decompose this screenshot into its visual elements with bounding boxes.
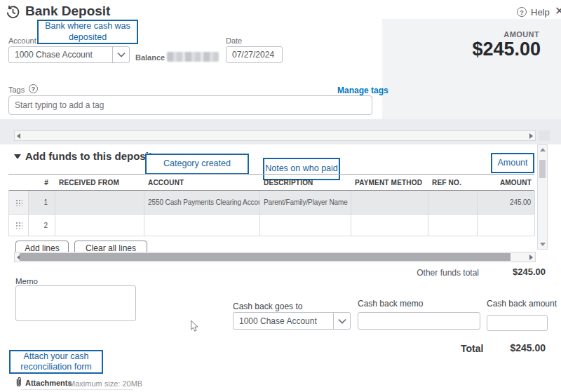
section-title: Add funds to this deposit xyxy=(25,150,152,162)
chevron-down-icon xyxy=(333,313,350,329)
scroll-down-icon[interactable] xyxy=(540,243,546,246)
total-value: $245.00 xyxy=(510,342,546,353)
page-title: Bank Deposit xyxy=(25,4,110,19)
chevron-down-icon xyxy=(112,47,129,62)
cell-payment-method[interactable] xyxy=(351,191,428,214)
attachments-divider xyxy=(21,389,133,390)
col-account: ACCOUNT xyxy=(144,175,260,190)
cell-account[interactable] xyxy=(144,215,260,236)
cash-back-goes-to-select[interactable]: 1000 Chase Account xyxy=(233,312,351,330)
cell-amount[interactable] xyxy=(478,215,535,236)
balance-redacted-value xyxy=(167,52,219,62)
drag-handle-icon[interactable] xyxy=(9,215,29,236)
annotation-amount-callout: Amount xyxy=(491,153,534,173)
cash-back-goes-to-label: Cash back goes to xyxy=(233,302,302,311)
cell-num: 1 xyxy=(29,191,55,214)
col-received-from: RECEIVED FROM xyxy=(55,175,144,190)
balance-label: Balance xyxy=(135,53,165,62)
scroll-right-icon[interactable] xyxy=(529,255,533,260)
vertical-scrollbar-thumb[interactable] xyxy=(539,160,546,178)
annotation-category-callout: Category created xyxy=(145,154,249,175)
col-ref-no: REF NO. xyxy=(428,175,478,190)
annotation-bank-callout: Bank where cash was deposited xyxy=(37,20,138,44)
cash-back-amount-input[interactable] xyxy=(487,315,548,331)
scrollbar-corner xyxy=(539,130,550,141)
collapse-triangle-icon[interactable] xyxy=(14,154,21,159)
cash-back-goes-to-value: 1000 Chase Account xyxy=(234,316,333,326)
attachments-button[interactable]: Attachments xyxy=(25,379,72,387)
cell-description[interactable] xyxy=(260,215,351,236)
cell-received-from[interactable] xyxy=(55,215,144,236)
col-num: # xyxy=(29,175,55,190)
col-payment-method: PAYMENT METHOD xyxy=(351,175,428,190)
tags-help-icon[interactable]: ? xyxy=(29,84,38,93)
cell-ref-no[interactable] xyxy=(428,191,478,214)
col-amount: AMOUNT xyxy=(478,175,535,190)
table-row[interactable]: 1 2550 Cash Payments Clearing Account Pa… xyxy=(8,191,534,215)
table-row[interactable]: 2 xyxy=(8,215,534,236)
manage-tags-link[interactable]: Manage tags xyxy=(337,86,388,95)
close-icon[interactable]: ✕ xyxy=(555,4,561,18)
amount-value: $245.00 xyxy=(472,39,541,60)
mouse-cursor xyxy=(190,320,199,336)
amount-label: AMOUNT xyxy=(503,30,539,39)
memo-textarea[interactable] xyxy=(15,285,136,321)
total-label: Total xyxy=(461,343,483,354)
bank-deposit-screen: Bank Deposit ? Help ✕ AMOUNT $245.00 Ban… xyxy=(0,0,561,392)
drag-handle-icon[interactable] xyxy=(9,191,29,214)
cash-back-amount-label: Cash back amount xyxy=(487,299,557,309)
cell-description[interactable]: Parent/Family/Player Name xyxy=(260,191,351,214)
memo-label: Memo xyxy=(15,277,38,285)
col-description: DESCRIPTION xyxy=(260,175,351,190)
cash-back-memo-input[interactable] xyxy=(358,312,480,330)
cell-payment-method[interactable] xyxy=(351,215,428,236)
cell-received-from[interactable] xyxy=(55,191,144,214)
paperclip-icon xyxy=(15,377,23,391)
date-input[interactable] xyxy=(226,46,283,63)
other-funds-total-value: $245.00 xyxy=(513,266,546,277)
scroll-left-icon[interactable] xyxy=(17,133,20,139)
help-icon[interactable]: ? xyxy=(517,7,527,17)
other-funds-total-label: Other funds total xyxy=(393,268,479,278)
tags-input[interactable] xyxy=(8,95,372,115)
table-header-row: # RECEIVED FROM ACCOUNT DESCRIPTION PAYM… xyxy=(8,175,534,191)
top-horizontal-scrollbar[interactable] xyxy=(14,130,536,141)
deposit-lines-table: # RECEIVED FROM ACCOUNT DESCRIPTION PAYM… xyxy=(8,174,534,236)
drag-header-cell xyxy=(9,175,29,190)
scroll-right-icon[interactable] xyxy=(529,133,533,139)
cell-num: 2 xyxy=(29,215,55,236)
account-select[interactable]: 1000 Chase Account xyxy=(8,46,130,63)
account-select-value: 1000 Chase Account xyxy=(9,50,112,60)
cash-back-memo-label: Cash back memo xyxy=(358,299,423,309)
cell-account[interactable]: 2550 Cash Payments Clearing Account xyxy=(144,191,260,214)
tags-label: Tags xyxy=(8,86,25,94)
recurring-clock-icon xyxy=(6,5,20,22)
cell-amount[interactable]: 245.00 xyxy=(478,191,535,214)
horizontal-scrollbar-thumb[interactable] xyxy=(20,253,511,261)
date-label: Date xyxy=(226,36,242,45)
annotation-attach-callout: Attach your cash reconciliation form xyxy=(9,350,103,374)
attachments-max-size: Maximum size: 20MB xyxy=(69,379,142,388)
help-button[interactable]: Help xyxy=(531,7,550,18)
scroll-up-icon[interactable] xyxy=(540,148,546,151)
cell-ref-no[interactable] xyxy=(428,215,478,236)
account-label: Account xyxy=(8,36,36,45)
